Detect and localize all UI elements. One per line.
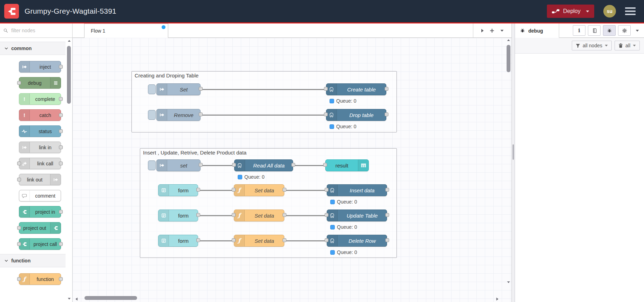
palette-node-project-call[interactable]: project call (19, 238, 61, 250)
palette-node-function[interactable]: ƒfunction (19, 273, 61, 285)
canvas-scroll-left-icon[interactable] (75, 296, 78, 302)
node-port-out[interactable] (385, 238, 389, 242)
node-port-out[interactable] (59, 145, 63, 149)
add-flow-icon[interactable] (490, 28, 494, 33)
node-port-out[interactable] (59, 210, 63, 214)
node-port-in[interactable] (17, 277, 21, 281)
inject-button[interactable] (148, 110, 156, 120)
palette-node-complete[interactable]: !complete (19, 93, 61, 105)
node-port-out[interactable] (199, 112, 203, 116)
scroll-up-icon[interactable] (66, 40, 72, 42)
node-form3[interactable]: form (158, 235, 198, 247)
flow-group[interactable]: Creating and Droping Table (131, 71, 397, 132)
node-setdata1[interactable]: ƒSet data (234, 184, 284, 196)
config-tab-button[interactable] (618, 25, 631, 36)
category-header-common[interactable]: common (0, 42, 66, 55)
node-port-out[interactable] (196, 213, 200, 217)
node-result[interactable]: result (325, 159, 369, 171)
wire[interactable] (197, 240, 235, 241)
debug-message-list[interactable] (515, 54, 644, 302)
node-port-out[interactable] (283, 238, 286, 242)
wire[interactable] (199, 89, 327, 90)
palette-scroll-thumb[interactable] (67, 46, 71, 104)
palette-search[interactable] (0, 23, 72, 38)
node-port-out[interactable] (59, 97, 63, 101)
node-create-table[interactable]: Create table (326, 83, 386, 95)
sidebar-splitter[interactable] (511, 23, 515, 302)
node-port-out[interactable] (291, 163, 295, 167)
node-port-in[interactable] (17, 226, 21, 230)
debug-clear-button[interactable]: all (615, 41, 640, 50)
node-port-in[interactable] (324, 87, 328, 91)
debug-filter-button[interactable]: all nodes (572, 41, 612, 50)
node-port-out[interactable] (283, 213, 286, 217)
node-form1[interactable]: form (158, 184, 198, 196)
wire[interactable] (197, 215, 235, 216)
sidebar-menu-caret-icon[interactable] (636, 29, 639, 32)
node-port-out[interactable] (59, 242, 63, 246)
canvas-hscrollbar[interactable] (73, 296, 511, 301)
palette-node-project-out[interactable]: project out (19, 222, 61, 234)
node-port-out[interactable] (196, 188, 200, 192)
canvas-vscrollbar[interactable] (506, 38, 511, 302)
wire[interactable] (199, 165, 236, 166)
canvas-scroll-up-icon[interactable] (506, 39, 511, 41)
node-port-out[interactable] (196, 238, 200, 242)
palette-node-comment[interactable]: comment (19, 190, 61, 201)
node-port-out[interactable] (59, 113, 63, 117)
wire[interactable] (283, 190, 328, 191)
node-port-out[interactable] (199, 163, 203, 167)
node-form2[interactable]: form (158, 210, 198, 221)
wire[interactable] (283, 240, 328, 241)
deploy-caret-icon[interactable] (586, 10, 589, 13)
node-update-table[interactable]: Update Table (327, 210, 387, 221)
palette-node-link-call[interactable]: link call (19, 158, 61, 169)
node-port-in[interactable] (232, 213, 236, 217)
node-port-out[interactable] (283, 188, 286, 192)
next-tab-icon[interactable] (481, 29, 484, 33)
flow-canvas[interactable]: Creating and Droping TableInsert , Updat… (73, 38, 511, 302)
info-tab-button[interactable]: i (573, 25, 585, 36)
sidebar-tab-debug[interactable]: debug (515, 23, 559, 38)
node-port-out[interactable] (59, 65, 63, 69)
wire[interactable] (283, 215, 328, 216)
wire[interactable] (197, 190, 235, 191)
node-port-in[interactable] (325, 188, 328, 192)
node-port-out[interactable] (385, 87, 388, 91)
category-header-function[interactable]: function (0, 254, 66, 267)
node-port-in[interactable] (323, 163, 327, 167)
node-remove[interactable]: Remove (148, 109, 201, 121)
palette-node-project-in[interactable]: project in (19, 206, 61, 218)
node-port-in[interactable] (232, 163, 236, 167)
palette-node-inject[interactable]: inject (19, 61, 61, 73)
palette-node-link-out[interactable]: link out (19, 174, 61, 185)
tab-flow-1[interactable]: Flow 1 (84, 23, 168, 38)
node-insert-data[interactable]: Insert data (327, 184, 387, 196)
node-port-out[interactable] (385, 213, 389, 217)
node-setdata2[interactable]: ƒSet data (234, 210, 284, 221)
search-input[interactable] (11, 27, 56, 34)
node-port-out[interactable] (385, 188, 389, 192)
node-port-in[interactable] (17, 242, 21, 246)
inject-button[interactable] (148, 160, 156, 170)
node-drop-table[interactable]: Drop table (326, 109, 386, 121)
node-read-all[interactable]: Read All data (234, 159, 293, 171)
inject-button[interactable] (148, 84, 156, 94)
node-port-out[interactable] (59, 277, 63, 281)
palette-node-status[interactable]: status (19, 125, 61, 137)
node-port-out[interactable] (199, 87, 203, 91)
main-menu-icon[interactable] (625, 7, 636, 15)
palette-node-catch[interactable]: !catch (19, 109, 61, 121)
deploy-button[interactable]: Deploy (547, 5, 594, 18)
wire[interactable] (292, 165, 327, 166)
node-set1[interactable]: Set (148, 83, 201, 95)
node-set2[interactable]: set (148, 159, 201, 171)
node-port-in[interactable] (17, 178, 21, 181)
node-port-in[interactable] (17, 162, 21, 165)
node-port-in[interactable] (325, 238, 328, 242)
palette-node-link-in[interactable]: link in (19, 142, 61, 153)
canvas-vscroll-thumb[interactable] (507, 45, 510, 72)
wire[interactable] (199, 115, 327, 116)
node-port-in[interactable] (232, 188, 236, 192)
node-port-in[interactable] (232, 238, 236, 242)
